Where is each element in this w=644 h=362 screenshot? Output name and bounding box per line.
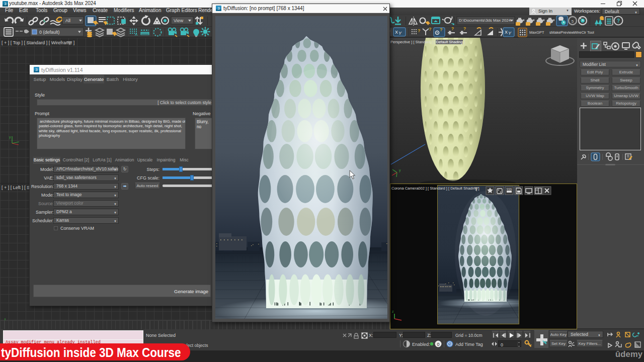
svg-text:?: ? <box>418 28 421 33</box>
svg-text:3: 3 <box>35 67 38 72</box>
svg-text:0: 0 <box>437 342 439 347</box>
svg-text:X: X <box>395 30 398 35</box>
svg-text:SSS: SSS <box>506 188 512 191</box>
svg-text:y: y <box>399 168 401 172</box>
svg-text:Enabled:: Enabled: <box>412 342 430 347</box>
svg-text:0 (default): 0 (default) <box>39 30 60 35</box>
svg-text:5: 5 <box>572 19 574 24</box>
svg-text:Y: Y <box>508 31 512 36</box>
svg-text:z: z <box>392 310 394 313</box>
svg-text:MaxGPT: MaxGPT <box>529 30 544 35</box>
svg-text:?: ? <box>440 27 443 32</box>
svg-text:3: 3 <box>4 2 7 6</box>
svg-text:A: A <box>135 32 138 37</box>
svg-text:?: ? <box>429 27 432 32</box>
svg-text:View: View <box>174 18 184 23</box>
svg-text:X: X <box>505 30 508 35</box>
svg-text:Add Time Tag: Add Time Tag <box>455 342 483 347</box>
svg-text:?: ? <box>463 27 466 31</box>
svg-text:0: 0 <box>501 342 503 347</box>
svg-text:D:\Documents\3ds Max 2024: D:\Documents\3ds Max 2024 <box>459 18 511 23</box>
svg-text:All: All <box>65 18 70 23</box>
svg-text:?: ? <box>617 18 620 24</box>
svg-text:y: y <box>9 135 11 139</box>
svg-text:Y: Y <box>398 31 402 36</box>
svg-text:3: 3 <box>217 6 220 11</box>
svg-text:sMakePreview: sMakePreview <box>549 30 574 35</box>
svg-text:WireClr Tool: WireClr Tool <box>574 30 594 35</box>
svg-text:?: ? <box>451 27 454 31</box>
